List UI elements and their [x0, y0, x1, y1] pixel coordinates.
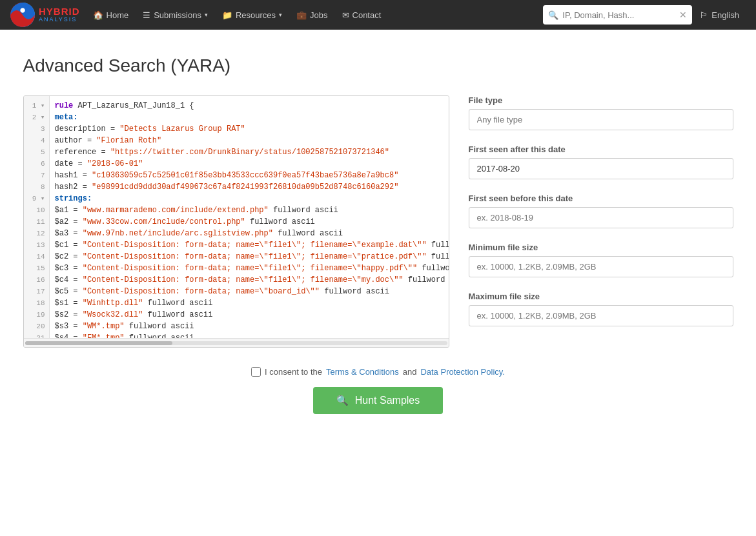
scrollbar-thumb[interactable] — [25, 341, 173, 345]
flag-icon: 🏳 — [700, 10, 708, 20]
line-numbers: 1 ▾ 2 ▾ 3 4 5 6 7 8 9 ▾ 10 11 12 13 14 1… — [24, 96, 50, 338]
code-line-21: $s4 = "FM*.tmp" fullword ascii — [55, 332, 444, 338]
hunt-samples-button[interactable]: 🔍 Hunt Samples — [313, 387, 444, 414]
brand-logo[interactable]: ⬤ HYBRID ANALYSIS — [10, 3, 80, 27]
ln-8: 8 — [24, 181, 49, 193]
code-editor[interactable]: 1 ▾ 2 ▾ 3 4 5 6 7 8 9 ▾ 10 11 12 13 14 1… — [24, 96, 449, 338]
page-title: Advanced Search (YARA) — [23, 55, 733, 76]
hunt-btn-wrapper: 🔍 Hunt Samples — [23, 387, 733, 414]
search-input[interactable] — [562, 10, 675, 20]
code-line-14: $c2 = "Content-Disposition: form-data; n… — [55, 251, 444, 263]
code-line-1: rule APT_Lazarus_RAT_Jun18_1 { — [55, 100, 444, 112]
code-line-20: $s3 = "WM*.tmp" fullword ascii — [55, 321, 444, 332]
nav-home[interactable]: 🏠 Home — [87, 0, 136, 30]
consent-checkbox[interactable] — [251, 367, 261, 377]
code-line-12: $a3 = "www.97nb.net/include/arc.sglistvi… — [55, 228, 444, 239]
max-file-size-group: Maximum file size — [469, 292, 733, 326]
code-scrollbar[interactable] — [24, 338, 449, 347]
code-line-10: $a1 = "www.marmarademo.com/include/exten… — [55, 204, 444, 216]
code-line-5: reference = "https://twitter.com/DrunkBi… — [55, 146, 444, 158]
code-line-8: hash2 = "e98991cdd9ddd30adf490673c67a4f8… — [55, 181, 444, 193]
content-row: 1 ▾ 2 ▾ 3 4 5 6 7 8 9 ▾ 10 11 12 13 14 1… — [23, 95, 733, 348]
resources-caret-icon: ▾ — [279, 12, 282, 18]
ln-21: 21 — [24, 332, 49, 338]
code-line-2: meta: — [55, 112, 444, 123]
consent-row: I consent to the Terms & Conditions and … — [23, 367, 733, 377]
submissions-icon: ☰ — [143, 10, 150, 20]
lang-selector[interactable]: 🏳 English — [693, 10, 746, 20]
terms-link[interactable]: Terms & Conditions — [326, 367, 399, 377]
brand-text: HYBRID ANALYSIS — [39, 6, 80, 23]
file-type-input[interactable] — [469, 109, 733, 130]
privacy-link[interactable]: Data Protection Policy. — [420, 367, 505, 377]
ln-15: 15 — [24, 263, 49, 274]
nav-contact[interactable]: ✉ Contact — [336, 0, 388, 30]
min-file-size-label: Minimum file size — [469, 243, 733, 252]
code-line-7: hash1 = "c10363059c57c52501c01f85e3bb435… — [55, 170, 444, 181]
ln-7: 7 — [24, 170, 49, 181]
clear-search-icon[interactable]: ✕ — [679, 10, 687, 20]
ln-18: 18 — [24, 297, 49, 309]
ln-17: 17 — [24, 286, 49, 297]
code-line-11: $a2 = "www.33cow.com/include/control.php… — [55, 216, 444, 228]
first-seen-after-group: First seen after this date — [469, 144, 733, 179]
ln-11: 11 — [24, 216, 49, 228]
code-editor-wrapper[interactable]: 1 ▾ 2 ▾ 3 4 5 6 7 8 9 ▾ 10 11 12 13 14 1… — [23, 95, 449, 348]
nav-jobs[interactable]: 💼 Jobs — [290, 0, 334, 30]
code-line-16: $c4 = "Content-Disposition: form-data; n… — [55, 274, 444, 286]
ln-2: 2 ▾ — [24, 112, 49, 123]
first-seen-after-input[interactable] — [469, 158, 733, 179]
first-seen-before-label: First seen before this date — [469, 194, 733, 203]
scrollbar-track — [25, 341, 447, 345]
consent-text-before: I consent to the — [265, 367, 322, 377]
max-file-size-input[interactable] — [469, 305, 733, 326]
max-file-size-label: Maximum file size — [469, 292, 733, 301]
min-file-size-input[interactable] — [469, 256, 733, 277]
first-seen-after-label: First seen after this date — [469, 144, 733, 154]
code-content[interactable]: rule APT_Lazarus_RAT_Jun18_1 { meta: des… — [50, 96, 449, 338]
ln-3: 3 — [24, 123, 49, 135]
resources-icon: 📁 — [222, 10, 232, 20]
nav-resources-label: Resources — [236, 10, 276, 20]
submissions-caret-icon: ▾ — [205, 12, 208, 18]
code-line-9: strings: — [55, 193, 444, 204]
nav-home-label: Home — [107, 10, 129, 20]
right-panel: File type First seen after this date Fir… — [469, 95, 733, 341]
jobs-icon: 💼 — [296, 10, 307, 20]
navbar: ⬤ HYBRID ANALYSIS 🏠 Home ☰ Submissions ▾… — [0, 0, 756, 30]
ln-19: 19 — [24, 309, 49, 321]
code-line-15: $c3 = "Content-Disposition: form-data; n… — [55, 263, 444, 274]
logo-icon: ⬤ — [10, 3, 35, 27]
ln-13: 13 — [24, 239, 49, 251]
ln-10: 10 — [24, 204, 49, 216]
hunt-btn-label: Hunt Samples — [355, 395, 420, 406]
ln-12: 12 — [24, 228, 49, 239]
main-container: Advanced Search (YARA) 1 ▾ 2 ▾ 3 4 5 6 7… — [10, 30, 746, 440]
brand-bottom: ANALYSIS — [39, 17, 80, 23]
ln-14: 14 — [24, 251, 49, 263]
nav-search-box: 🔍 ✕ — [543, 5, 692, 25]
min-file-size-group: Minimum file size — [469, 243, 733, 277]
code-line-6: date = "2018-06-01" — [55, 158, 444, 170]
nav-contact-label: Contact — [352, 10, 382, 20]
first-seen-before-input[interactable] — [469, 207, 733, 228]
nav-submissions[interactable]: ☰ Submissions ▾ — [136, 0, 214, 30]
code-line-17: $c5 = "Content-Disposition: form-data; n… — [55, 286, 444, 297]
nav-jobs-label: Jobs — [310, 10, 327, 20]
code-line-19: $s2 = "Wsock32.dll" fullword ascii — [55, 309, 444, 321]
brand-top: HYBRID — [39, 6, 80, 17]
home-icon: 🏠 — [93, 10, 103, 20]
file-type-group: File type — [469, 95, 733, 130]
lang-label: English — [711, 10, 739, 20]
ln-9: 9 ▾ — [24, 193, 49, 204]
ln-16: 16 — [24, 274, 49, 286]
hunt-search-icon: 🔍 — [336, 395, 349, 406]
file-type-label: File type — [469, 95, 733, 105]
code-line-18: $s1 = "Winhttp.dll" fullword ascii — [55, 297, 444, 309]
code-line-3: description = "Detects Lazarus Group RAT… — [55, 123, 444, 135]
nav-resources[interactable]: 📁 Resources ▾ — [216, 0, 289, 30]
search-icon: 🔍 — [548, 10, 558, 20]
ln-5: 5 — [24, 146, 49, 158]
consent-and-text: and — [403, 367, 417, 377]
ln-4: 4 — [24, 135, 49, 146]
